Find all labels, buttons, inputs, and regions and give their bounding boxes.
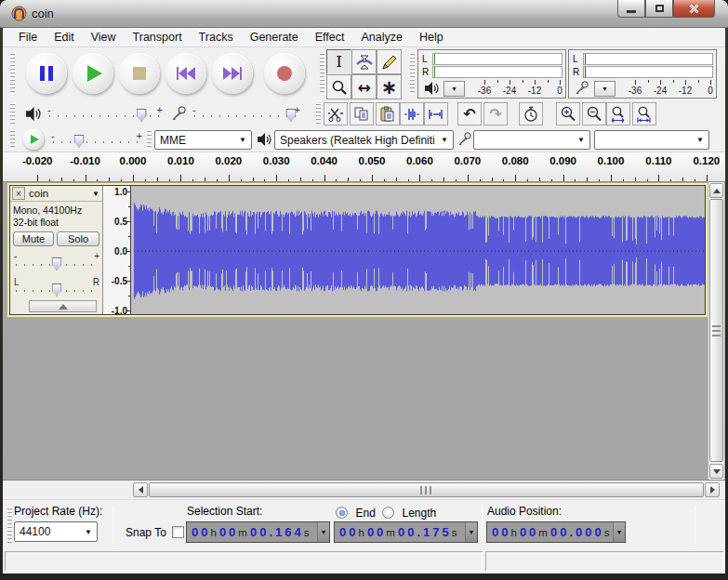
vertical-ruler[interactable]: 1.0 0.5 0.0 -0.5 -1.0 <box>103 186 131 314</box>
scroll-right-button[interactable] <box>705 482 720 497</box>
playback-speed-slider[interactable]: - + <box>51 129 142 150</box>
toolbar-grip[interactable] <box>10 53 15 95</box>
vertical-scrollbar[interactable] <box>708 182 724 480</box>
snap-to-checkbox[interactable] <box>172 526 184 538</box>
selection-tool-button[interactable]: I <box>326 49 351 74</box>
menu-analyze[interactable]: Analyze <box>353 29 411 46</box>
menu-effect[interactable]: Effect <box>307 29 353 46</box>
toolbar-grip[interactable] <box>10 130 15 150</box>
zoom-in-button[interactable] <box>556 102 580 125</box>
play-button[interactable] <box>73 53 113 94</box>
fit-project-button[interactable] <box>632 102 656 125</box>
silence-audio-button[interactable] <box>424 102 448 125</box>
zoom-tool-button[interactable] <box>326 74 351 99</box>
track-menu-arrow-icon[interactable]: ▼ <box>92 190 99 198</box>
envelope-tool-button[interactable] <box>351 49 377 74</box>
chevron-down-icon[interactable]: ▼ <box>465 522 477 542</box>
zoom-out-button[interactable] <box>582 102 606 125</box>
zoom-out-icon <box>586 106 602 123</box>
chevron-down-icon[interactable]: ▼ <box>317 522 329 542</box>
pause-button[interactable] <box>26 53 67 94</box>
mute-button[interactable]: Mute <box>13 231 54 246</box>
toolbar-grip[interactable] <box>320 53 324 95</box>
skip-to-end-button[interactable] <box>212 53 253 94</box>
track-control-panel[interactable]: × coin ▼ Mono, 44100Hz 32-bit float Mute… <box>10 186 103 314</box>
multi-tool-button[interactable]: ∗ <box>377 74 402 99</box>
selection-toolbar: Project Rate (Hz): 44100 ▼ Snap To Selec… <box>3 499 725 548</box>
title-bar[interactable]: coin <box>0 0 728 28</box>
solo-button[interactable]: Solo <box>57 231 99 246</box>
toolbar-grip[interactable] <box>410 53 415 95</box>
close-button[interactable] <box>673 0 715 18</box>
toolbar-grip[interactable] <box>10 103 15 125</box>
output-volume-thumb[interactable] <box>137 109 147 122</box>
paste-button[interactable] <box>376 102 400 125</box>
trim-audio-button[interactable] <box>400 102 424 125</box>
play-at-speed-button[interactable] <box>23 129 44 150</box>
input-channels-combo[interactable]: ▼ <box>594 130 709 150</box>
length-radio[interactable]: Length <box>382 504 436 521</box>
minimize-button[interactable] <box>617 0 645 18</box>
fit-selection-button[interactable] <box>606 102 630 125</box>
draw-tool-button[interactable] <box>377 49 402 74</box>
menu-transport[interactable]: Transport <box>125 29 191 46</box>
scroll-up-button[interactable] <box>709 183 723 198</box>
playback-meter[interactable]: L R ▼ -36-24-120 <box>417 49 566 99</box>
toolbar-grip[interactable] <box>147 130 152 150</box>
project-rate-combo[interactable]: 44100 ▼ <box>14 521 98 542</box>
record-button[interactable] <box>264 53 305 94</box>
menu-view[interactable]: View <box>83 29 125 46</box>
playback-meter-dropdown[interactable]: ▼ <box>443 81 465 97</box>
horizontal-scroll-thumb[interactable] <box>149 482 704 497</box>
selection-end-field[interactable]: 00h 00m 00.175s ▼ <box>334 521 478 543</box>
time-shift-tool-button[interactable]: ↔ <box>351 74 377 99</box>
scroll-left-button[interactable] <box>133 482 148 497</box>
playback-speed-thumb[interactable] <box>74 135 85 148</box>
waveform-display[interactable] <box>131 186 705 314</box>
skip-to-start-button[interactable] <box>165 53 206 94</box>
vertical-scroll-thumb[interactable] <box>709 199 723 462</box>
toolbar-grip[interactable] <box>7 508 12 543</box>
selection-start-field[interactable]: 00h 00m 00.164s ▼ <box>186 521 330 543</box>
end-radio[interactable]: End <box>336 504 376 521</box>
copy-button[interactable] <box>350 102 374 125</box>
track-collapse-button[interactable] <box>29 300 97 312</box>
track-gain-thumb[interactable] <box>52 257 62 270</box>
ruler-tick <box>133 175 134 181</box>
slider-track[interactable] <box>194 115 298 117</box>
recording-meter-dropdown[interactable]: ▼ <box>594 81 615 97</box>
track-canvas[interactable]: × coin ▼ Mono, 44100Hz 32-bit float Mute… <box>3 182 725 480</box>
sync-lock-button[interactable] <box>519 102 543 125</box>
playback-meter-L-label: L <box>422 54 431 64</box>
undo-button[interactable]: ↶ <box>457 102 482 125</box>
input-device-combo[interactable]: ▼ <box>473 130 590 150</box>
maximize-button[interactable] <box>645 0 673 18</box>
menu-tracks[interactable]: Tracks <box>191 29 242 46</box>
stop-button[interactable] <box>119 53 160 94</box>
input-volume-thumb[interactable] <box>285 109 296 122</box>
menu-edit[interactable]: Edit <box>46 29 83 46</box>
chevron-down-icon[interactable]: ▼ <box>613 522 625 542</box>
menu-file[interactable]: File <box>10 29 46 46</box>
output-device-combo[interactable]: Speakers (Realtek High Definiti ▼ <box>274 130 454 150</box>
slider-track[interactable] <box>53 141 140 143</box>
track-pan-slider[interactable]: L R <box>14 276 99 298</box>
recording-meter[interactable]: L R ▼ -36-24-120 <box>568 49 717 99</box>
toolbar-grip[interactable] <box>316 103 321 125</box>
track-pan-thumb[interactable] <box>52 283 62 297</box>
scissors-icon <box>327 106 344 123</box>
audio-position-field[interactable]: 00h 00m 00.000s ▼ <box>486 521 626 543</box>
cut-button[interactable] <box>324 102 348 125</box>
input-volume-slider[interactable]: - + <box>192 103 300 124</box>
timeline-ruler[interactable]: -0.020-0.0100.0000.0100.0200.0300.0400.0… <box>3 152 725 182</box>
redo-button[interactable]: ↷ <box>483 102 508 125</box>
menu-help[interactable]: Help <box>411 29 452 46</box>
menu-generate[interactable]: Generate <box>242 29 307 46</box>
track-header[interactable]: × coin ▼ <box>10 186 102 202</box>
maximize-icon <box>655 5 664 12</box>
track-gain-slider[interactable]: - + <box>14 250 99 272</box>
track-close-button[interactable]: × <box>12 187 25 200</box>
output-volume-slider[interactable]: - + <box>47 103 163 124</box>
audio-host-combo[interactable]: MME ▼ <box>154 130 252 150</box>
scroll-down-button[interactable] <box>709 464 723 479</box>
